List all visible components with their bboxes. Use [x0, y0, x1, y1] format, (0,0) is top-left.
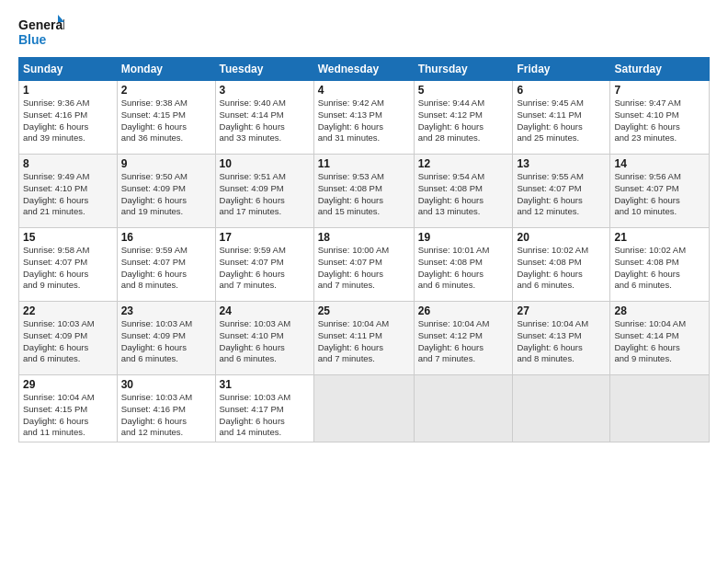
calendar-cell: 23Sunrise: 10:03 AM Sunset: 4:09 PM Dayl…	[117, 302, 215, 375]
calendar-cell: 14Sunrise: 9:56 AM Sunset: 4:07 PM Dayli…	[610, 155, 710, 228]
calendar-cell: 4Sunrise: 9:42 AM Sunset: 4:13 PM Daylig…	[313, 81, 414, 155]
calendar-cell: 26Sunrise: 10:04 AM Sunset: 4:12 PM Dayl…	[414, 302, 513, 375]
day-number: 9	[121, 157, 211, 170]
day-info: Sunrise: 9:50 AM Sunset: 4:09 PM Dayligh…	[121, 171, 211, 218]
day-number: 18	[318, 231, 410, 244]
day-number: 26	[418, 304, 509, 317]
day-number: 24	[220, 304, 310, 317]
day-info: Sunrise: 9:45 AM Sunset: 4:11 PM Dayligh…	[517, 98, 606, 144]
day-info: Sunrise: 10:03 AM Sunset: 4:17 PM Daylig…	[220, 392, 310, 439]
day-info: Sunrise: 10:04 AM Sunset: 4:15 PM Daylig…	[23, 392, 113, 439]
day-info: Sunrise: 10:00 AM Sunset: 4:07 PM Daylig…	[318, 245, 410, 292]
calendar-cell	[414, 375, 513, 442]
day-info: Sunrise: 10:03 AM Sunset: 4:09 PM Daylig…	[23, 318, 113, 365]
calendar-cell: 5Sunrise: 9:44 AM Sunset: 4:12 PM Daylig…	[414, 81, 513, 155]
calendar-cell: 31Sunrise: 10:03 AM Sunset: 4:17 PM Dayl…	[215, 375, 313, 442]
calendar-cell: 8Sunrise: 9:49 AM Sunset: 4:10 PM Daylig…	[19, 155, 118, 228]
day-info: Sunrise: 9:47 AM Sunset: 4:10 PM Dayligh…	[614, 98, 705, 144]
calendar-cell: 20Sunrise: 10:02 AM Sunset: 4:08 PM Dayl…	[513, 228, 610, 302]
calendar-table: SundayMondayTuesdayWednesdayThursdayFrid…	[18, 57, 710, 442]
day-info: Sunrise: 10:02 AM Sunset: 4:08 PM Daylig…	[614, 245, 705, 292]
calendar-cell: 28Sunrise: 10:04 AM Sunset: 4:14 PM Dayl…	[610, 302, 710, 375]
calendar-cell: 1Sunrise: 9:36 AM Sunset: 4:16 PM Daylig…	[19, 81, 118, 155]
day-info: Sunrise: 9:59 AM Sunset: 4:07 PM Dayligh…	[121, 245, 211, 292]
calendar-cell	[610, 375, 710, 442]
calendar-cell: 30Sunrise: 10:03 AM Sunset: 4:16 PM Dayl…	[117, 375, 215, 442]
calendar-cell: 19Sunrise: 10:01 AM Sunset: 4:08 PM Dayl…	[414, 228, 513, 302]
day-info: Sunrise: 9:58 AM Sunset: 4:07 PM Dayligh…	[23, 245, 113, 292]
day-number: 8	[23, 157, 113, 170]
day-info: Sunrise: 10:03 AM Sunset: 4:10 PM Daylig…	[220, 318, 310, 365]
day-number: 23	[121, 304, 211, 317]
calendar-cell	[313, 375, 414, 442]
header-tuesday: Tuesday	[215, 58, 313, 81]
day-info: Sunrise: 9:59 AM Sunset: 4:07 PM Dayligh…	[220, 245, 310, 292]
day-info: Sunrise: 10:02 AM Sunset: 4:08 PM Daylig…	[517, 245, 606, 292]
day-number: 12	[418, 157, 509, 170]
header-sunday: Sunday	[19, 58, 118, 81]
week-row-1: 1Sunrise: 9:36 AM Sunset: 4:16 PM Daylig…	[19, 81, 710, 155]
day-number: 19	[418, 231, 509, 244]
day-number: 29	[23, 378, 113, 391]
day-number: 28	[614, 304, 705, 317]
day-info: Sunrise: 9:55 AM Sunset: 4:07 PM Dayligh…	[517, 171, 606, 218]
day-info: Sunrise: 9:56 AM Sunset: 4:07 PM Dayligh…	[614, 171, 705, 218]
calendar-cell: 27Sunrise: 10:04 AM Sunset: 4:13 PM Dayl…	[513, 302, 610, 375]
calendar-cell: 13Sunrise: 9:55 AM Sunset: 4:07 PM Dayli…	[513, 155, 610, 228]
day-info: Sunrise: 9:38 AM Sunset: 4:15 PM Dayligh…	[121, 98, 211, 144]
day-number: 10	[220, 157, 310, 170]
day-number: 4	[318, 84, 410, 97]
day-number: 17	[220, 231, 310, 244]
week-row-5: 29Sunrise: 10:04 AM Sunset: 4:15 PM Dayl…	[19, 375, 710, 442]
day-number: 1	[23, 84, 113, 97]
day-number: 14	[614, 157, 705, 170]
week-row-3: 15Sunrise: 9:58 AM Sunset: 4:07 PM Dayli…	[19, 228, 710, 302]
calendar-cell: 10Sunrise: 9:51 AM Sunset: 4:09 PM Dayli…	[215, 155, 313, 228]
calendar-cell	[513, 375, 610, 442]
day-info: Sunrise: 9:54 AM Sunset: 4:08 PM Dayligh…	[418, 171, 509, 218]
day-number: 16	[121, 231, 211, 244]
day-info: Sunrise: 9:42 AM Sunset: 4:13 PM Dayligh…	[318, 98, 410, 144]
day-number: 15	[23, 231, 113, 244]
calendar-cell: 6Sunrise: 9:45 AM Sunset: 4:11 PM Daylig…	[513, 81, 610, 155]
calendar-cell: 2Sunrise: 9:38 AM Sunset: 4:15 PM Daylig…	[117, 81, 215, 155]
day-info: Sunrise: 10:04 AM Sunset: 4:11 PM Daylig…	[318, 318, 410, 365]
calendar-cell: 25Sunrise: 10:04 AM Sunset: 4:11 PM Dayl…	[313, 302, 414, 375]
calendar-cell: 17Sunrise: 9:59 AM Sunset: 4:07 PM Dayli…	[215, 228, 313, 302]
calendar-cell: 11Sunrise: 9:53 AM Sunset: 4:08 PM Dayli…	[313, 155, 414, 228]
day-number: 27	[517, 304, 606, 317]
logo: General Blue	[18, 15, 64, 48]
page: General Blue SundayMondayTuesdayWednesda…	[0, 0, 728, 563]
day-info: Sunrise: 9:53 AM Sunset: 4:08 PM Dayligh…	[318, 171, 410, 218]
svg-text:General: General	[18, 17, 64, 32]
day-number: 6	[517, 84, 606, 97]
day-number: 31	[220, 378, 310, 391]
header-wednesday: Wednesday	[313, 58, 414, 81]
calendar-cell: 3Sunrise: 9:40 AM Sunset: 4:14 PM Daylig…	[215, 81, 313, 155]
header-monday: Monday	[117, 58, 215, 81]
day-info: Sunrise: 9:49 AM Sunset: 4:10 PM Dayligh…	[23, 171, 113, 218]
calendar-cell: 7Sunrise: 9:47 AM Sunset: 4:10 PM Daylig…	[610, 81, 710, 155]
day-number: 13	[517, 157, 606, 170]
svg-text:Blue: Blue	[18, 32, 47, 47]
calendar-cell: 9Sunrise: 9:50 AM Sunset: 4:09 PM Daylig…	[117, 155, 215, 228]
day-info: Sunrise: 10:04 AM Sunset: 4:12 PM Daylig…	[418, 318, 509, 365]
day-number: 2	[121, 84, 211, 97]
day-number: 11	[318, 157, 410, 170]
week-row-4: 22Sunrise: 10:03 AM Sunset: 4:09 PM Dayl…	[19, 302, 710, 375]
day-number: 30	[121, 378, 211, 391]
calendar-cell: 24Sunrise: 10:03 AM Sunset: 4:10 PM Dayl…	[215, 302, 313, 375]
calendar-header-row: SundayMondayTuesdayWednesdayThursdayFrid…	[19, 58, 710, 81]
calendar-cell: 22Sunrise: 10:03 AM Sunset: 4:09 PM Dayl…	[19, 302, 118, 375]
day-info: Sunrise: 10:04 AM Sunset: 4:14 PM Daylig…	[614, 318, 705, 365]
day-info: Sunrise: 10:04 AM Sunset: 4:13 PM Daylig…	[517, 318, 606, 365]
calendar-cell: 21Sunrise: 10:02 AM Sunset: 4:08 PM Dayl…	[610, 228, 710, 302]
day-info: Sunrise: 9:51 AM Sunset: 4:09 PM Dayligh…	[220, 171, 310, 218]
day-number: 21	[614, 231, 705, 244]
day-number: 22	[23, 304, 113, 317]
day-info: Sunrise: 9:36 AM Sunset: 4:16 PM Dayligh…	[23, 98, 113, 144]
header: General Blue	[18, 15, 710, 48]
day-info: Sunrise: 10:03 AM Sunset: 4:16 PM Daylig…	[121, 392, 211, 439]
header-saturday: Saturday	[610, 58, 710, 81]
day-info: Sunrise: 10:03 AM Sunset: 4:09 PM Daylig…	[121, 318, 211, 365]
